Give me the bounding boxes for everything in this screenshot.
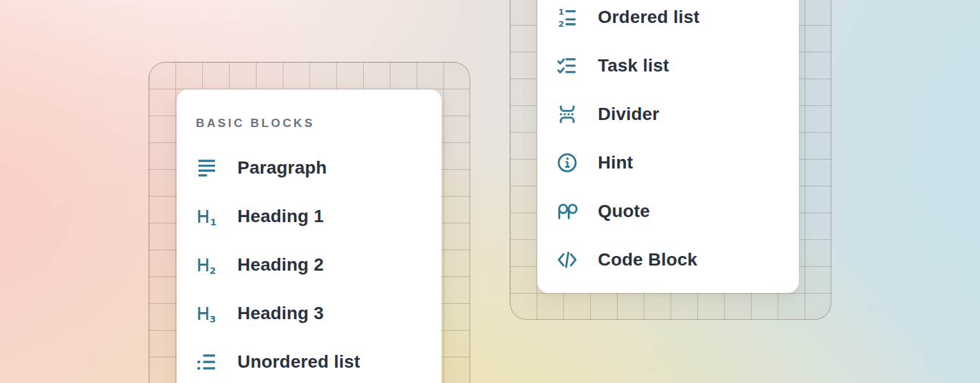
menu-item-code-block[interactable]: Code Block [537,236,799,284]
unordered-list-icon [196,351,218,373]
menu-item-unordered-list[interactable]: Unordered list [177,338,442,383]
menu-item-label: Heading 3 [237,303,324,324]
menu-item-label: Ordered list [598,7,700,27]
code-block-icon [556,249,578,271]
editor-block-palette: { "theme": { "accent_color": "#2d7694", … [0,0,980,383]
paragraph-icon [196,157,218,179]
hint-icon [556,152,578,174]
menu-item-heading-1[interactable]: 1Heading 1 [177,192,442,241]
heading-3-icon: 3 [196,303,218,324]
menu-item-label: Paragraph [237,158,327,178]
basic-blocks-item-list: Paragraph1Heading 12Heading 23Heading 3U… [177,144,442,383]
svg-text:3: 3 [210,314,216,324]
menu-item-label: Heading 2 [237,255,324,275]
menu-item-label: Code Block [598,250,697,270]
menu-item-heading-3[interactable]: 3Heading 3 [177,289,442,338]
task-list-icon [556,55,578,77]
svg-text:2: 2 [210,266,216,276]
menu-item-label: Heading 1 [237,206,324,227]
menu-item-quote[interactable]: Quote [537,187,799,236]
ordered-list-icon: 12 [556,6,578,28]
svg-text:1: 1 [558,7,564,17]
menu-item-heading-2[interactable]: 2Heading 2 [177,241,442,289]
basic-blocks-menu-card: BASIC BLOCKS Paragraph1Heading 12Heading… [177,89,442,383]
svg-text:1: 1 [211,217,217,227]
divider-icon [556,103,578,125]
more-blocks-menu-card: 12Ordered listTask listDividerHintQuoteC… [537,0,799,293]
quote-icon [556,200,578,222]
basic-blocks-section-label: BASIC BLOCKS [196,117,442,130]
menu-item-hint[interactable]: Hint [537,139,799,187]
svg-text:2: 2 [558,19,564,28]
menu-item-task-list[interactable]: Task list [537,41,799,90]
menu-item-label: Unordered list [237,352,360,372]
menu-item-divider[interactable]: Divider [537,90,799,139]
heading-1-icon: 1 [196,206,218,227]
menu-item-label: Task list [598,56,669,76]
menu-item-ordered-list[interactable]: 12Ordered list [537,0,799,41]
menu-item-label: Divider [598,104,659,124]
more-blocks-item-list: 12Ordered listTask listDividerHintQuoteC… [537,0,799,284]
menu-item-label: Hint [598,153,633,173]
menu-item-paragraph[interactable]: Paragraph [177,144,442,192]
menu-item-label: Quote [598,201,650,222]
heading-2-icon: 2 [196,254,218,276]
